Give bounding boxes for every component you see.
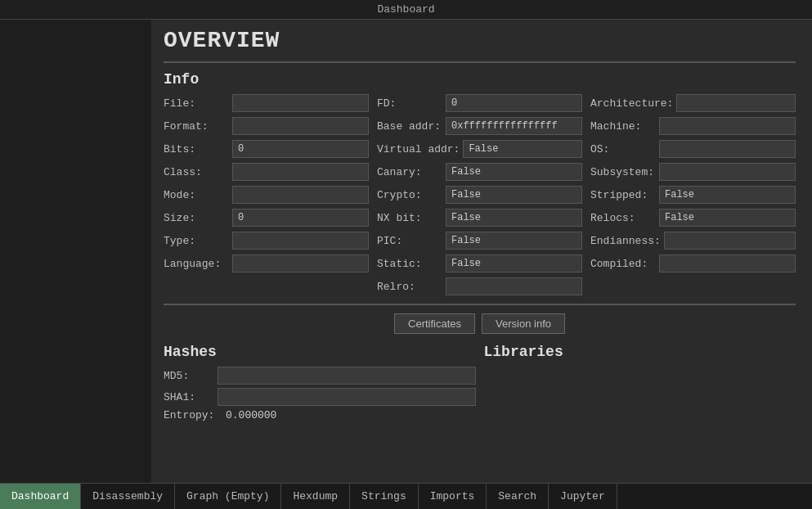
sha1-input[interactable] [218,388,476,406]
compiled-input[interactable] [659,254,796,273]
stripped-label: Stripped: [590,189,656,201]
base-addr-row: Base addr: [377,117,582,135]
info-grid: File: FD: Architecture: Format: Base add… [164,94,796,295]
compiled-row: Compiled: [590,254,796,273]
subsystem-label: Subsystem: [590,166,656,178]
relro-label: Relro: [377,281,442,293]
libraries-title: Libraries [484,344,796,360]
size-label: Size: [164,212,229,224]
file-label: File: [164,97,229,110]
machine-label: Machine: [590,120,656,133]
md5-row: MD5: [164,367,476,385]
entropy-row: Entropy: 0.000000 [164,409,476,421]
md5-label: MD5: [164,370,213,382]
info-section-title: Info [164,71,796,88]
section-divider-1 [164,61,796,63]
nxbit-label: NX bit: [377,212,442,224]
top-bar-title: Dashboard [377,3,434,16]
nxbit-input[interactable] [446,209,582,227]
tab-dashboard[interactable]: Dashboard [0,484,81,509]
subsystem-row: Subsystem: [590,163,796,181]
mode-input[interactable] [232,186,369,204]
cert-buttons-container: Certificates Version info [164,313,796,334]
relro-row: Relro: [377,277,582,295]
type-input[interactable] [232,232,369,250]
libraries-section: Libraries [484,344,796,421]
hashes-section: Hashes MD5: SHA1: Entropy: 0.000000 [164,344,476,421]
pic-label: PIC: [377,235,442,247]
crypto-row: Crypto: [377,186,582,204]
os-input[interactable] [659,140,796,158]
type-label: Type: [164,235,229,247]
static-input[interactable] [446,254,582,273]
architecture-row: Architecture: [590,94,796,112]
empty-col3 [590,277,796,295]
tab-disassembly[interactable]: Disassembly [81,484,175,509]
static-label: Static: [377,258,442,270]
format-row: Format: [164,117,369,135]
mode-row: Mode: [164,186,369,204]
language-input[interactable] [232,254,369,273]
subsystem-input[interactable] [659,163,796,181]
format-label: Format: [164,120,229,133]
fd-input[interactable] [446,94,582,112]
class-row: Class: [164,163,369,181]
page-title: OVERVIEW [164,28,796,53]
endianness-label: Endianness: [590,235,661,247]
sha1-label: SHA1: [164,391,213,403]
hashes-title: Hashes [164,344,476,360]
base-addr-label: Base addr: [377,120,442,133]
fd-row: FD: [377,94,582,112]
tab-search[interactable]: Search [487,484,549,509]
relocs-label: Relocs: [590,212,656,224]
relro-input[interactable] [446,277,582,295]
endianness-input[interactable] [664,232,796,250]
canary-label: Canary: [377,166,442,178]
tab-hexdump[interactable]: Hexdump [281,484,350,509]
bits-row: Bits: [164,140,369,158]
left-sidebar [0,20,151,483]
tab-strings[interactable]: Strings [350,484,419,509]
language-label: Language: [164,258,229,270]
compiled-label: Compiled: [590,258,656,270]
version-info-button[interactable]: Version info [482,313,565,334]
mode-label: Mode: [164,189,229,201]
hashes-libraries-container: Hashes MD5: SHA1: Entropy: 0.000000 Libr… [164,344,796,421]
top-bar: Dashboard [0,0,812,20]
crypto-label: Crypto: [377,189,442,201]
language-row: Language: [164,254,369,273]
tab-imports[interactable]: Imports [419,484,487,509]
certificates-button[interactable]: Certificates [394,313,475,334]
stripped-input[interactable] [659,186,796,204]
md5-input[interactable] [218,367,476,385]
machine-input[interactable] [659,117,796,135]
os-row: OS: [590,140,796,158]
pic-row: PIC: [377,232,582,250]
tab-jupyter[interactable]: Jupyter [549,484,617,509]
os-label: OS: [590,143,656,155]
stripped-row: Stripped: [590,186,796,204]
base-addr-input[interactable] [446,117,582,135]
crypto-input[interactable] [446,186,582,204]
static-row: Static: [377,254,582,273]
canary-input[interactable] [446,163,582,181]
type-row: Type: [164,232,369,250]
architecture-input[interactable] [676,94,796,112]
empty-col1 [164,277,369,295]
tab-graph[interactable]: Graph (Empty) [175,484,281,509]
size-input[interactable] [232,209,369,227]
virtual-addr-row: Virtual addr: [377,140,582,158]
nxbit-row: NX bit: [377,209,582,227]
file-input[interactable] [232,94,369,112]
format-input[interactable] [232,117,369,135]
entropy-value: 0.000000 [226,409,276,421]
virtual-addr-input[interactable] [463,140,582,158]
relocs-input[interactable] [659,209,796,227]
architecture-label: Architecture: [590,97,673,110]
pic-input[interactable] [446,232,582,250]
bits-input[interactable] [232,140,369,158]
size-row: Size: [164,209,369,227]
class-input[interactable] [232,163,369,181]
endianness-row: Endianness: [590,232,796,250]
section-divider-2 [164,304,796,305]
